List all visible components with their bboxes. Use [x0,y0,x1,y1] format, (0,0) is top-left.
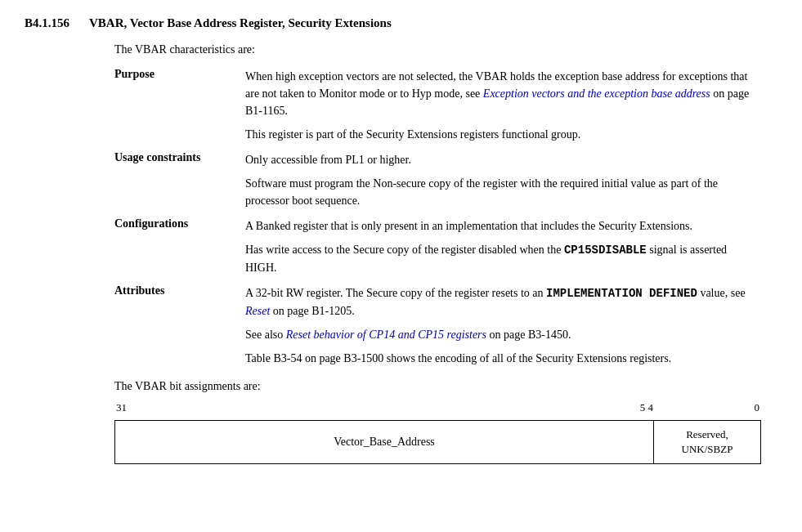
usage-constraints-row: Usage constraints Only accessible from P… [114,151,761,209]
characteristics-table: Purpose When high exception vectors are … [114,68,761,367]
purpose-label: Purpose [114,68,245,81]
attributes-para-2: See also Reset behavior of CP14 and CP15… [245,326,761,343]
attributes-para-1: A 32-bit RW register. The Secure copy of… [245,284,761,320]
attributes-row: Attributes A 32-bit RW register. The Sec… [114,284,761,367]
cp15sdisable-text: CP15SDISABLE [564,244,647,257]
reset-link[interactable]: Reset [245,305,270,317]
configurations-label: Configurations [114,217,245,230]
usage-para-1: Only accessible from PL1 or higher. [245,151,761,168]
config-para-1: A Banked register that is only present i… [245,217,761,235]
register-bit-table: Vector_Base_Address Reserved,UNK/SBZP [114,420,761,464]
bit-table-container: 31 5 4 0 Vector_Base_Address Reserved,UN… [114,401,761,464]
configurations-content: A Banked register that is only present i… [245,217,761,276]
usage-constraints-label: Usage constraints [114,151,245,164]
attributes-label: Attributes [114,284,245,297]
usage-para-2: Software must program the Non-secure cop… [245,175,761,209]
configurations-row: Configurations A Banked register that is… [114,217,761,276]
attributes-content: A 32-bit RW register. The Secure copy of… [245,284,761,367]
section-header: B4.1.156 VBAR, Vector Base Address Regis… [25,16,777,30]
section-title: VBAR, Vector Base Address Register, Secu… [89,16,392,30]
purpose-para-2: This register is part of the Security Ex… [245,126,761,143]
vector-base-address-cell: Vector_Base_Address [115,421,654,463]
purpose-para-1: When high exception vectors are not sele… [245,68,761,119]
attributes-para-3: Table B3-54 on page B3-1500 shows the en… [245,350,761,367]
purpose-content: When high exception vectors are not sele… [245,68,761,143]
bit-num-54: 5 4 [640,401,653,414]
impl-defined-text: IMPLEMENTATION DEFINED [546,287,697,300]
reset-behavior-link[interactable]: Reset behavior of CP14 and CP15 register… [286,329,486,341]
reserved-label: Reserved,UNK/SBZP [682,427,733,457]
bit-num-31: 31 [116,401,127,414]
exception-vectors-link[interactable]: Exception vectors and the exception base… [483,87,710,100]
config-para-2: Has write access to the Secure copy of t… [245,241,761,276]
purpose-row: Purpose When high exception vectors are … [114,68,761,143]
bit-assignments-intro: The VBAR bit assignments are: [114,380,777,393]
bit-numbers-header: 31 5 4 0 [114,401,761,419]
section-number: B4.1.156 [25,16,69,30]
intro-text: The VBAR characteristics are: [114,43,777,56]
reserved-cell: Reserved,UNK/SBZP [654,421,760,463]
usage-constraints-content: Only accessible from PL1 or higher. Soft… [245,151,761,209]
bit-num-0: 0 [755,401,760,414]
vector-base-address-label: Vector_Base_Address [334,436,435,449]
